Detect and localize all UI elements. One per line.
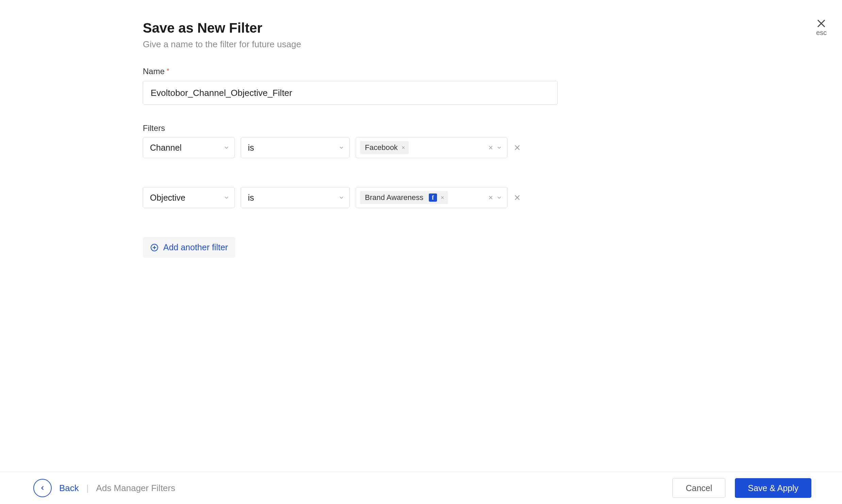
filter-value-select[interactable]: Brand Awareness f [356, 187, 507, 208]
close-button[interactable]: esc [816, 19, 827, 37]
filter-value-select[interactable]: Facebook [356, 137, 507, 158]
close-icon [816, 19, 826, 28]
chevron-down-icon [338, 195, 344, 201]
chevron-left-icon [39, 485, 46, 491]
page-title: Save as New Filter [143, 20, 842, 36]
close-label: esc [816, 29, 827, 37]
filter-operator-value: is [248, 193, 254, 203]
back-link[interactable]: Back [59, 483, 79, 493]
clear-icon[interactable] [488, 145, 493, 150]
filter-field-select[interactable]: Channel [143, 137, 235, 158]
filter-field-value: Objective [150, 193, 185, 203]
page-subtitle: Give a name to the filter for future usa… [143, 39, 842, 50]
cancel-button[interactable]: Cancel [672, 478, 725, 498]
filter-value-tag: Facebook [360, 141, 409, 154]
filter-row: Channel is Facebook [143, 137, 842, 158]
footer-right: Cancel Save & Apply [672, 478, 811, 498]
chevron-down-icon [496, 145, 502, 151]
plus-circle-icon [150, 243, 158, 252]
filter-operator-select[interactable]: is [241, 137, 350, 158]
chevron-down-icon [338, 145, 344, 151]
chevron-down-icon [223, 145, 230, 151]
filters-label: Filters [143, 123, 842, 133]
filter-operator-select[interactable]: is [241, 187, 350, 208]
clear-icon[interactable] [488, 195, 493, 200]
chevron-down-icon [223, 195, 230, 201]
filter-operator-value: is [248, 143, 254, 153]
breadcrumb: Ads Manager Filters [96, 483, 175, 493]
footer-left: Back | Ads Manager Filters [33, 479, 175, 497]
filter-value-text: Brand Awareness [365, 193, 423, 202]
name-input[interactable] [143, 81, 558, 105]
breadcrumb-divider: | [86, 483, 89, 493]
footer: Back | Ads Manager Filters Cancel Save &… [0, 472, 842, 504]
tag-remove-icon[interactable] [401, 146, 405, 150]
filter-value-tag: Brand Awareness f [360, 191, 448, 204]
filter-field-select[interactable]: Objective [143, 187, 235, 208]
required-indicator: * [167, 67, 169, 75]
save-apply-button[interactable]: Save & Apply [735, 478, 811, 498]
delete-row-icon[interactable] [513, 194, 521, 201]
filter-value-text: Facebook [365, 143, 398, 152]
filter-field-value: Channel [150, 143, 182, 153]
add-filter-button[interactable]: Add another filter [143, 237, 235, 258]
add-filter-label: Add another filter [163, 242, 228, 252]
facebook-icon: f [429, 194, 437, 202]
name-label: Name * [143, 67, 842, 76]
filter-row: Objective is Brand Awareness f [143, 187, 842, 208]
name-label-text: Name [143, 67, 165, 76]
delete-row-icon[interactable] [513, 144, 521, 151]
modal-content: esc Save as New Filter Give a name to th… [0, 0, 842, 258]
tag-remove-icon[interactable] [440, 196, 444, 200]
chevron-down-icon [496, 195, 502, 201]
back-button[interactable] [33, 479, 52, 497]
